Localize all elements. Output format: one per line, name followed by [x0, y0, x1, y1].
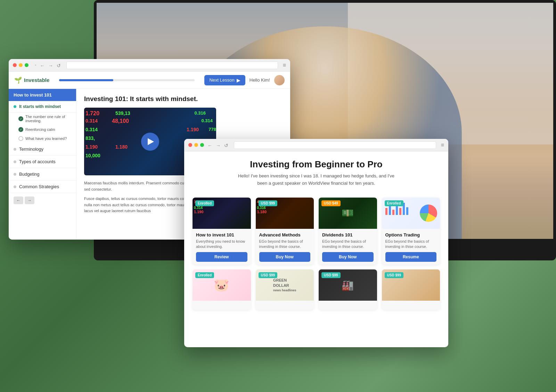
course-thumb-7: 🏭 USD $99 — [319, 269, 377, 301]
course-review-button-1[interactable]: Review — [196, 252, 247, 262]
sidebar-sub-label-1: The number one rule of investing. — [25, 115, 71, 123]
course-thumb-6: GREEN DOLLAR news headlines USD $99 — [256, 269, 314, 301]
play-button[interactable] — [141, 133, 159, 151]
refresh-button-2[interactable]: ↺ — [224, 143, 229, 148]
course-badge-4: Enrolled — [385, 200, 403, 206]
sidebar-item-mindset[interactable]: It starts with mindset — [9, 101, 76, 112]
course-info-2: Advanced Methods EGo beyond the basics o… — [256, 229, 314, 265]
progress-bar-container — [59, 79, 195, 81]
forward-button-2[interactable]: → — [216, 143, 221, 148]
course-badge-7: USD $99 — [321, 272, 341, 278]
sidebar-item-types-of-accounts[interactable]: Types of accounts — [9, 156, 76, 168]
address-bar[interactable] — [66, 61, 278, 69]
course-buy-button-2[interactable]: Buy Now — [259, 252, 311, 262]
course-card-3: 💵 USD $49 Dividends 101 EGo beyond the b… — [319, 198, 377, 265]
logo: 🌱 Investable — [14, 76, 49, 84]
course-info-6 — [256, 301, 314, 310]
sidebar-terminology-label: Terminology — [19, 147, 43, 152]
catalog-subtitle: Hello! I've been investing since I was 1… — [233, 173, 400, 187]
sidebar-dot-strategies — [14, 185, 16, 188]
svg-rect-6 — [406, 207, 408, 215]
next-lesson-label: Next Lesson — [209, 77, 234, 83]
course-badge-2: USD $99 — [259, 200, 278, 206]
sidebar: How to invest 101 It starts with mindset… — [9, 89, 76, 240]
course-thumb-5: 🐷 Enrolled — [193, 269, 251, 301]
browser-chrome-2: ← → ↺ ≡ — [184, 139, 448, 151]
sidebar-accounts-label: Types of accounts — [19, 159, 56, 164]
check-icon-2: ✓ — [18, 127, 23, 132]
course-info-5 — [193, 301, 251, 310]
courses-grid: 1.720 0.314 1.190 Enrolled How to invest… — [193, 198, 440, 265]
course-thumb-8: USD $99 — [382, 269, 440, 301]
browser-window-2: ← → ↺ ≡ Investing from Beginner to Pro H… — [184, 139, 448, 347]
back-button-2[interactable]: ← — [207, 143, 212, 148]
course-desc-2: EGo beyond the basics of investing in th… — [259, 239, 311, 250]
logo-leaf-icon: 🌱 — [14, 76, 22, 84]
sidebar-mindset-label: It starts with mindset — [19, 104, 61, 109]
course-info-1: How to invest 101 Everything you need to… — [193, 229, 251, 265]
course-thumb-4: Enrolled — [382, 198, 440, 229]
back-button[interactable]: ← — [40, 63, 45, 68]
course-card-6: GREEN DOLLAR news headlines USD $99 — [256, 269, 314, 310]
browser-menu[interactable]: ≡ — [283, 62, 286, 68]
check-icon: ✓ — [18, 116, 23, 121]
course-thumb-1: 1.720 0.314 1.190 Enrolled — [193, 198, 251, 229]
sidebar-sub-learned[interactable]: What have you learned? — [9, 134, 76, 143]
svg-rect-0 — [385, 208, 387, 215]
catalog-header: Investing from Beginner to Pro Hello! I'… — [193, 151, 440, 192]
sidebar-sub-number-one[interactable]: ✓ The number one rule of investing. — [9, 112, 76, 125]
minimize-button[interactable] — [19, 63, 23, 67]
minimize-button-2[interactable] — [194, 143, 198, 147]
course-card-2: 48,100 0.316 1.180 USD $99 Advanced Meth… — [256, 198, 314, 265]
sidebar-sub-label-3: What have you learned? — [25, 136, 67, 141]
close-button-2[interactable] — [188, 143, 192, 147]
sidebar-item-budgeting[interactable]: Budgeting — [9, 168, 76, 181]
courses-grid-row2: 🐷 Enrolled GREEN DOLLAR news hea — [193, 269, 440, 310]
sidebar-dot-accounts — [14, 160, 16, 163]
pie-chart — [420, 205, 437, 222]
play-icon — [148, 138, 154, 145]
refresh-button[interactable]: ↺ — [57, 63, 62, 68]
sidebar-item-common-strategies[interactable]: Common Strategies — [9, 181, 76, 193]
sidebar-strategies-label: Common Strategies — [19, 184, 59, 189]
prev-arrow-button[interactable]: ← — [14, 197, 23, 204]
svg-rect-4 — [399, 208, 401, 215]
course-info-3: Dividends 101 EGo beyond the basics of i… — [319, 229, 377, 265]
course-info-4: Options Trading EGo beyond the basics of… — [382, 229, 440, 265]
course-buy-button-3[interactable]: Buy Now — [322, 252, 374, 262]
course-card-4: Enrolled Options Trading EGo beyond the … — [382, 198, 440, 265]
address-bar-2[interactable] — [234, 141, 436, 149]
next-lesson-arrow-icon: ▶ — [237, 77, 240, 83]
avatar — [274, 75, 285, 85]
maximize-button[interactable] — [25, 63, 28, 67]
next-arrow-button[interactable]: → — [25, 197, 34, 204]
course-desc-3: EGo beyond the basics of investing in th… — [322, 239, 374, 250]
close-button[interactable] — [13, 63, 17, 67]
catalog-title: Investing from Beginner to Pro — [193, 159, 440, 170]
course-card-5: 🐷 Enrolled — [193, 269, 251, 310]
sidebar-item-terminology[interactable]: Terminology — [9, 143, 76, 156]
nav-arrows: ← → — [9, 193, 76, 208]
tab-close[interactable]: × — [35, 64, 36, 67]
course-badge-5: Enrolled — [195, 272, 214, 278]
sidebar-sub-label-2: Reenforcing calm — [25, 127, 55, 132]
maximize-button-2[interactable] — [200, 143, 204, 147]
next-lesson-button[interactable]: Next Lesson ▶ — [204, 75, 245, 85]
browser-menu-2[interactable]: ≡ — [441, 142, 444, 148]
course-card-8: USD $99 — [382, 269, 440, 310]
forward-button[interactable]: → — [48, 63, 53, 68]
hello-text: Hello Kim! — [250, 77, 270, 83]
course-thumb-3: 💵 USD $49 — [319, 198, 377, 229]
sidebar-item-how-to-invest[interactable]: How to invest 101 — [9, 89, 76, 101]
browser-chrome-1: × ← → ↺ ≡ — [9, 59, 290, 72]
course-name-2: Advanced Methods — [259, 232, 311, 237]
logo-text: Investable — [24, 77, 49, 83]
progress-bar-fill — [59, 79, 113, 81]
sidebar-dot-budgeting — [14, 173, 16, 176]
course-badge-1: Enrolled — [195, 200, 214, 206]
content-title: Investing 101: It starts with mindset. — [84, 95, 283, 103]
course-resume-button-4[interactable]: Resume — [385, 252, 437, 262]
sidebar-sub-calm[interactable]: ✓ Reenforcing calm — [9, 125, 76, 134]
course-info-8 — [382, 301, 440, 310]
course-thumb-2: 48,100 0.316 1.180 USD $99 — [256, 198, 314, 229]
